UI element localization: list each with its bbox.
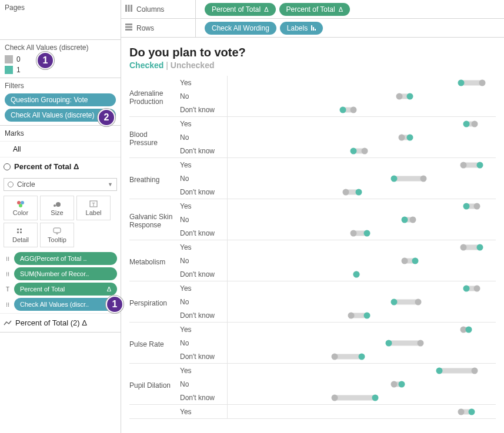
legend-items: 0 1 xyxy=(5,55,116,74)
marks-layer-percent-of-total[interactable]: Percent of Total Δ xyxy=(0,157,121,176)
dot-unchecked[interactable] xyxy=(415,298,421,305)
marks-detail-button[interactable]: Detail xyxy=(4,223,38,247)
dot-unchecked[interactable] xyxy=(474,203,480,209)
chart-row-label: Yes xyxy=(180,161,227,169)
chart-row-label: No xyxy=(180,133,227,142)
chart-row: No xyxy=(180,172,496,185)
column-pill-percent-1[interactable]: Percent of TotalΔ xyxy=(205,3,276,16)
marks-pill-agg-percent[interactable]: ⁞⁞ AGG(Percent of Total .. xyxy=(4,252,117,265)
dot-unchecked[interactable] xyxy=(342,189,349,195)
dot-unchecked[interactable] xyxy=(471,120,478,127)
dot-unchecked[interactable] xyxy=(474,285,480,291)
chart-bar-zone xyxy=(227,364,496,377)
chart-row: Yes xyxy=(180,281,496,295)
rows-shelf[interactable]: Rows Check All Wording Labels xyxy=(121,19,504,38)
filter-pill-question-grouping[interactable]: Question Grouping: Vote xyxy=(5,93,116,106)
dot-checked[interactable] xyxy=(390,175,397,182)
dot-checked[interactable] xyxy=(463,203,469,209)
dot-unchecked[interactable] xyxy=(361,147,368,154)
dot-unchecked[interactable] xyxy=(390,381,397,387)
chart-group: MetabolismYesNoDon't know xyxy=(129,240,496,281)
column-pill-percent-2[interactable]: Percent of TotalΔ xyxy=(279,3,351,16)
dot-checked[interactable] xyxy=(476,244,483,250)
dot-checked[interactable] xyxy=(351,147,357,154)
legend-item-1[interactable]: 1 xyxy=(5,66,116,74)
dot-checked[interactable] xyxy=(372,394,378,401)
chart-bar-zone xyxy=(227,226,496,240)
dot-checked[interactable] xyxy=(407,134,413,140)
dot-checked[interactable] xyxy=(364,230,371,236)
dot-unchecked[interactable] xyxy=(401,257,408,264)
dot-unchecked[interactable] xyxy=(409,216,416,223)
marks-all-row[interactable]: All xyxy=(0,142,121,157)
chart-row: Yes xyxy=(180,199,496,213)
legend-item-0[interactable]: 0 xyxy=(5,55,116,63)
marks-size-button[interactable]: Size xyxy=(40,196,74,220)
dot-checked[interactable] xyxy=(466,326,472,333)
dot-unchecked[interactable] xyxy=(396,93,402,99)
chart-bar-zone xyxy=(227,240,496,254)
marks-label-button[interactable]: T Label xyxy=(76,196,111,220)
marks-pill-percent-total[interactable]: T Percent of TotalΔ xyxy=(4,283,117,296)
dot-checked[interactable] xyxy=(468,408,475,415)
svg-point-3 xyxy=(54,204,56,207)
chart-group-label: Galvanic Skin Response xyxy=(129,199,180,240)
dot-unchecked[interactable] xyxy=(458,408,464,415)
dot-unchecked[interactable] xyxy=(460,162,467,168)
chart-bar-zone xyxy=(227,336,496,350)
chart-bar-zone xyxy=(227,323,496,336)
dot-unchecked[interactable] xyxy=(418,340,424,346)
dot-checked[interactable] xyxy=(463,285,469,291)
color-legend-card: Check All Values (discrete) 0 1 1 xyxy=(0,40,121,78)
dot-checked[interactable] xyxy=(458,79,464,86)
columns-shelf[interactable]: Columns Percent of TotalΔ Percent of Tot… xyxy=(121,0,504,19)
dot-checked[interactable] xyxy=(412,257,419,264)
label-icon: T xyxy=(4,286,12,293)
dot-unchecked[interactable] xyxy=(332,394,338,401)
dot-unchecked[interactable] xyxy=(420,175,426,182)
marks-color-button[interactable]: Color xyxy=(4,196,38,220)
dot-unchecked[interactable] xyxy=(351,106,357,113)
chart-bar-zone xyxy=(227,267,496,281)
chart-row-label: Don't know xyxy=(180,311,227,320)
rows-label: Rows xyxy=(136,24,154,32)
dot-checked[interactable] xyxy=(401,216,408,223)
row-pill-check-all-wording[interactable]: Check All Wording xyxy=(205,22,276,35)
chart-row-label: Don't know xyxy=(180,106,227,114)
dot-unchecked[interactable] xyxy=(399,134,405,140)
marks-pill-sum-records[interactable]: ⁞⁞ SUM(Number of Recor.. xyxy=(4,267,117,280)
dot-checked[interactable] xyxy=(407,93,413,99)
dot-checked[interactable] xyxy=(364,312,371,318)
dot-unchecked[interactable] xyxy=(348,312,354,318)
marks-layer-percent-of-total-2[interactable]: Percent of Total (2) Δ xyxy=(0,313,121,332)
chart-row: Yes xyxy=(180,405,496,418)
chart-bar-zone xyxy=(227,281,496,295)
dot-checked[interactable] xyxy=(385,340,392,346)
chart-row: Don't know xyxy=(180,308,496,322)
chart-bar-zone xyxy=(227,308,496,322)
dot-checked[interactable] xyxy=(340,106,346,113)
dot-checked[interactable] xyxy=(390,298,397,305)
filters-shelf[interactable]: Filters Question Grouping: Vote Check Al… xyxy=(0,78,121,126)
chart-row: No xyxy=(180,336,496,350)
dot-checked[interactable] xyxy=(353,271,359,277)
marks-title: Marks xyxy=(0,126,121,142)
chart-bar-zone xyxy=(227,377,496,391)
dot-checked[interactable] xyxy=(359,353,365,360)
dot-unchecked[interactable] xyxy=(460,244,467,250)
dot-checked[interactable] xyxy=(356,189,362,195)
dot-checked[interactable] xyxy=(436,367,443,374)
pages-shelf[interactable]: Pages xyxy=(0,0,121,40)
mark-type-dropdown[interactable]: Circle ▼ xyxy=(4,178,117,191)
row-pill-labels[interactable]: Labels xyxy=(280,22,323,35)
marks-pill-check-all-values[interactable]: ⁞⁞ Check All Values (discr.. 1 xyxy=(4,298,117,311)
dot-unchecked[interactable] xyxy=(479,79,486,86)
dot-checked[interactable] xyxy=(399,381,405,387)
dot-unchecked[interactable] xyxy=(332,353,338,360)
line-icon xyxy=(4,320,12,327)
dot-checked[interactable] xyxy=(476,162,483,168)
dot-unchecked[interactable] xyxy=(351,230,357,236)
dot-checked[interactable] xyxy=(463,120,469,127)
dot-unchecked[interactable] xyxy=(471,367,478,374)
marks-tooltip-button[interactable]: Tooltip xyxy=(40,223,74,247)
